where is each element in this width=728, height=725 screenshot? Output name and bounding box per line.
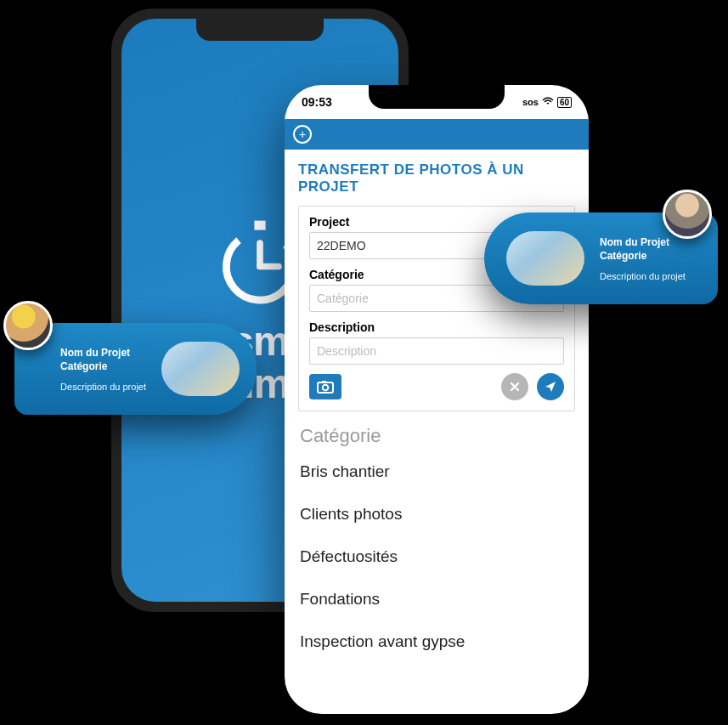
callout-project: Nom du Projet	[60, 347, 130, 359]
svg-rect-1	[254, 220, 265, 229]
svg-point-5	[323, 385, 329, 391]
svg-rect-6	[322, 381, 326, 383]
avatar	[663, 190, 712, 239]
category-list: Bris chantier Clients photos Défectuosit…	[285, 450, 589, 663]
phone-notch	[196, 19, 324, 41]
callout-category: Catégorie	[600, 250, 646, 262]
category-item[interactable]: Bris chantier	[300, 450, 573, 493]
phone-app: 09:53 sos 60 + TRANSFERT DE PHOTOS À UN …	[285, 85, 589, 714]
wifi-icon	[542, 97, 554, 107]
callout-desc: Description du projet	[60, 382, 146, 392]
send-button[interactable]	[537, 373, 564, 400]
avatar	[3, 301, 53, 350]
category-list-header: Catégorie	[285, 418, 589, 450]
cancel-button[interactable]	[501, 373, 528, 400]
callout-project: Nom du Projet	[600, 236, 669, 248]
add-icon[interactable]: +	[293, 125, 312, 144]
battery-icon: 60	[557, 97, 572, 108]
callout-thumbnail	[506, 231, 584, 286]
description-input[interactable]	[309, 337, 564, 365]
callout-category: Catégorie	[60, 360, 107, 372]
callout-desc: Description du projet	[600, 271, 686, 281]
category-item[interactable]: Fondations	[300, 578, 573, 620]
camera-icon	[317, 380, 334, 394]
app-bar: +	[285, 119, 589, 150]
callout-card: Nom du Projet Catégorie Description du p…	[14, 323, 257, 415]
close-icon	[510, 382, 520, 392]
page-title: TRANSFERT DE PHOTOS À UN PROJET	[298, 161, 575, 195]
status-time: 09:53	[302, 95, 332, 109]
category-item[interactable]: Inspection avant gypse	[300, 620, 573, 663]
category-item[interactable]: Défectuosités	[300, 535, 573, 578]
status-sos: sos	[522, 97, 539, 107]
send-icon	[545, 381, 556, 393]
phone-notch	[369, 85, 505, 109]
description-label: Description	[309, 320, 564, 334]
callout-thumbnail	[161, 342, 240, 396]
camera-button[interactable]	[309, 374, 341, 399]
category-item[interactable]: Clients photos	[300, 493, 573, 535]
